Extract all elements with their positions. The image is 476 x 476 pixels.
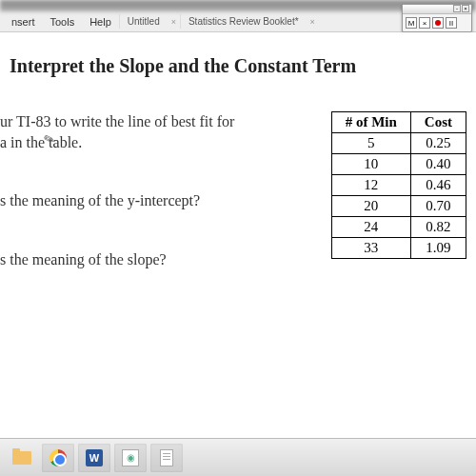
smart-icon: ◉ (122, 449, 139, 466)
stop-button[interactable]: × (419, 17, 430, 29)
record-button[interactable] (432, 17, 444, 29)
section-heading: Interpret the Slope and the Constant Ter… (10, 55, 476, 77)
taskbar-explorer[interactable] (6, 444, 38, 472)
text-line: a in the table. (0, 134, 82, 150)
menu-insert[interactable]: nsert (4, 14, 42, 30)
col-header-cost: Cost (410, 112, 466, 133)
recorder-controls: M × II (403, 14, 471, 31)
minimize-icon[interactable]: - (453, 5, 461, 12)
taskbar-smartboard[interactable]: ◉ (114, 444, 147, 472)
table-row: 50.25 (331, 133, 466, 154)
word-icon: W (86, 449, 103, 466)
table-row: 120.46 (331, 175, 466, 196)
text-line: ur TI-83 to write the line of best fit f… (0, 113, 234, 129)
record-icon (435, 20, 441, 26)
table-header-row: # of Min Cost (331, 112, 466, 133)
table-row: 331.09 (331, 238, 466, 259)
table-row: 100.40 (331, 154, 466, 175)
taskbar: W ◉ (0, 438, 476, 476)
data-table: # of Min Cost 50.25 100.40 120.46 200.70… (331, 111, 466, 259)
close-icon[interactable]: × (307, 17, 319, 27)
table-row: 200.70 (331, 196, 466, 217)
menu-tools[interactable]: Tools (42, 14, 82, 30)
folder-icon (12, 451, 31, 465)
table-row: 240.82 (331, 217, 466, 238)
taskbar-chrome[interactable] (42, 444, 74, 472)
tab-untitled[interactable]: Untitled (119, 14, 168, 29)
paragraph-3: s the meaning of the slope? (0, 249, 331, 270)
menu-help[interactable]: Help (82, 14, 119, 30)
tab-statistics-review[interactable]: Statistics Review Booklet* (180, 14, 307, 29)
screen-recorder-widget[interactable]: - × M × II (402, 4, 472, 32)
taskbar-word[interactable]: W (78, 444, 110, 472)
close-icon[interactable]: × (462, 5, 469, 12)
document-area: Interpret the Slope and the Constant Ter… (0, 32, 476, 438)
pause-button[interactable]: II (446, 17, 457, 29)
paragraph-2: s the meaning of the y-intercept? (0, 190, 331, 211)
mic-button[interactable]: M (406, 17, 417, 29)
note-icon (160, 449, 173, 466)
close-icon[interactable]: × (168, 17, 180, 27)
recorder-titlebar: - × (403, 5, 471, 14)
taskbar-notes[interactable] (150, 444, 183, 472)
chrome-icon (50, 449, 67, 466)
col-header-min: # of Min (331, 112, 410, 133)
